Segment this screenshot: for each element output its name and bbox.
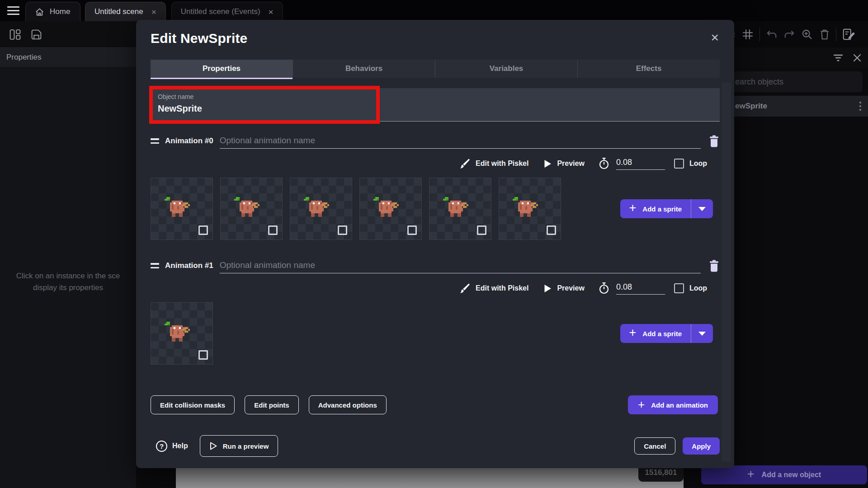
- left-toolbar: [0, 21, 136, 47]
- tab-events-label: Untitled scene (Events): [181, 7, 260, 16]
- cancel-button[interactable]: Cancel: [634, 437, 675, 455]
- stopwatch-icon: [598, 282, 610, 295]
- scene-toolbar: [724, 21, 868, 47]
- advanced-options-button[interactable]: Advanced options: [309, 395, 387, 414]
- objects-panel-header: [734, 47, 868, 68]
- add-sprite-button[interactable]: + Add a sprite: [620, 324, 713, 343]
- sprite-frame-thumbnail[interactable]: [290, 178, 352, 240]
- edit-with-piskel-button[interactable]: Edit with Piskel: [459, 158, 528, 169]
- sprite-frame-thumbnail[interactable]: [499, 178, 561, 240]
- help-button[interactable]: ? Help: [156, 441, 188, 452]
- save-icon[interactable]: [30, 28, 42, 41]
- frame-select-checkbox[interactable]: [547, 225, 556, 235]
- frame-select-checkbox[interactable]: [477, 225, 486, 235]
- sprite-frame-thumbnail[interactable]: [220, 178, 283, 240]
- apply-button[interactable]: Apply: [683, 437, 720, 455]
- add-new-object-button[interactable]: + Add a new object: [701, 465, 867, 484]
- plus-icon: +: [638, 399, 645, 410]
- frame-select-checkbox[interactable]: [268, 225, 278, 235]
- frame-select-checkbox[interactable]: [407, 225, 417, 235]
- zoom-in-icon[interactable]: [801, 28, 813, 41]
- search-objects-input[interactable]: [727, 71, 863, 92]
- stopwatch-icon: [598, 157, 610, 170]
- plus-icon: +: [747, 468, 755, 480]
- play-outline-icon: [209, 441, 217, 450]
- home-icon: [35, 7, 44, 17]
- tab-home[interactable]: Home: [25, 2, 80, 21]
- redo-icon[interactable]: [783, 29, 795, 40]
- delete-animation-button[interactable]: [708, 135, 720, 147]
- frame-select-checkbox[interactable]: [198, 350, 208, 360]
- filter-icon[interactable]: [833, 53, 844, 62]
- edit-collision-masks-button[interactable]: Edit collision masks: [151, 395, 235, 414]
- animation-section: Animation #1 Edit with Piskel Preview: [151, 258, 720, 365]
- time-between-frames-input[interactable]: [616, 158, 665, 170]
- dialog-close-icon[interactable]: ×: [711, 31, 719, 44]
- hamburger-menu-icon[interactable]: [0, 0, 24, 21]
- properties-panel-header: Properties: [0, 47, 136, 67]
- dialog-tab-behaviors[interactable]: Behaviors: [293, 60, 435, 78]
- trash-icon: [709, 260, 719, 272]
- animation-name-field: [220, 258, 701, 273]
- grid-icon[interactable]: [742, 28, 754, 40]
- object-name-label: Object name: [158, 93, 712, 100]
- object-list-item[interactable]: ewSprite: [727, 96, 868, 117]
- search-objects-box: [727, 71, 863, 92]
- play-icon: [544, 284, 552, 293]
- undo-icon[interactable]: [766, 29, 778, 40]
- caret-down-icon: [698, 207, 706, 211]
- sprite-frames: [151, 178, 561, 240]
- toolbar-divider: [836, 28, 836, 41]
- edit-scene-icon[interactable]: [842, 28, 856, 41]
- trash-icon[interactable]: [819, 28, 830, 40]
- preview-button[interactable]: Preview: [544, 160, 584, 168]
- toolbar-divider: [760, 28, 760, 41]
- time-between-frames-field: [616, 282, 665, 295]
- time-between-frames-input[interactable]: [616, 282, 665, 295]
- sprite-frame-thumbnail[interactable]: [359, 178, 422, 240]
- sprite-frame-thumbnail[interactable]: [151, 302, 213, 365]
- preview-button[interactable]: Preview: [544, 284, 584, 293]
- tab-home-label: Home: [50, 7, 70, 16]
- pig-sprite-image: [372, 197, 401, 221]
- loop-checkbox[interactable]: [674, 283, 684, 293]
- tab-untitled-scene[interactable]: Untitled scene ×: [85, 2, 166, 21]
- animation-name-input[interactable]: [220, 258, 701, 273]
- sprite-frame-thumbnail[interactable]: [151, 178, 213, 240]
- animation-name-input[interactable]: [220, 133, 701, 149]
- dialog-tab-properties[interactable]: Properties: [151, 60, 293, 78]
- animation-label: Animation #0: [165, 136, 213, 145]
- edit-points-button[interactable]: Edit points: [245, 395, 299, 414]
- brush-icon: [459, 283, 470, 294]
- properties-empty-message: Click on an instance in the sce display …: [0, 270, 136, 294]
- add-sprite-button[interactable]: + Add a sprite: [620, 199, 713, 218]
- pig-sprite-image: [163, 322, 192, 345]
- tab-close-icon[interactable]: ×: [151, 8, 156, 16]
- drag-handle-icon[interactable]: [151, 263, 160, 268]
- close-panel-icon[interactable]: [853, 53, 862, 62]
- frame-select-checkbox[interactable]: [338, 225, 347, 235]
- add-sprite-dropdown[interactable]: [691, 199, 713, 218]
- sprite-frame-thumbnail[interactable]: [429, 178, 491, 240]
- dialog-tab-effects[interactable]: Effects: [578, 60, 720, 78]
- run-preview-button[interactable]: Run a preview: [200, 435, 278, 457]
- animation-section: Animation #0 Edit with Piskel Preview: [151, 133, 720, 240]
- animation-name-field: [220, 133, 701, 149]
- tab-close-icon[interactable]: ×: [269, 8, 274, 16]
- object-name-field[interactable]: Object name NewSprite: [151, 88, 720, 122]
- edit-with-piskel-button[interactable]: Edit with Piskel: [459, 283, 528, 294]
- frame-select-checkbox[interactable]: [198, 225, 208, 235]
- dialog-tab-variables[interactable]: Variables: [435, 60, 578, 78]
- pig-sprite-image: [511, 197, 540, 221]
- panel-layout-icon[interactable]: [9, 28, 21, 41]
- time-between-frames-field: [616, 158, 665, 170]
- drag-handle-icon[interactable]: [151, 138, 160, 144]
- loop-checkbox[interactable]: [674, 159, 684, 169]
- tab-untitled-scene-events[interactable]: Untitled scene (Events) ×: [171, 2, 283, 21]
- properties-panel: Click on an instance in the sce display …: [0, 67, 136, 488]
- dialog-scrollbar[interactable]: [722, 82, 731, 462]
- kebab-menu-icon[interactable]: [859, 101, 862, 112]
- add-animation-button[interactable]: + Add an animation: [628, 395, 718, 414]
- delete-animation-button[interactable]: [708, 260, 720, 272]
- add-sprite-dropdown[interactable]: [691, 324, 713, 343]
